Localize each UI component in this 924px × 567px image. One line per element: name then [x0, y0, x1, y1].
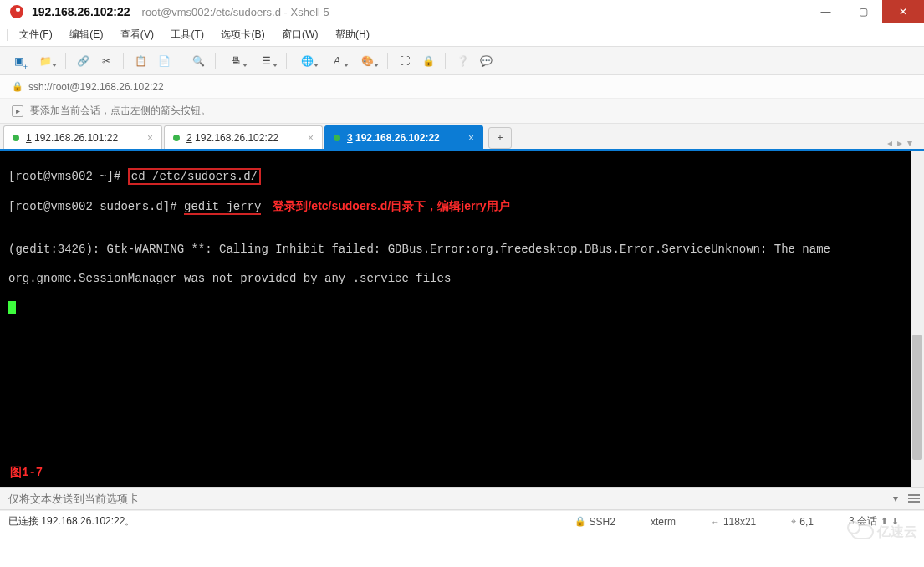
encoding-icon[interactable]: 🌐: [294, 51, 320, 71]
reconnect-icon[interactable]: 🔗: [73, 51, 93, 71]
color-icon[interactable]: 🎨: [354, 51, 380, 71]
menu-file[interactable]: 文件(F): [13, 24, 59, 45]
close-tab-icon[interactable]: ×: [308, 132, 314, 144]
terminal-scrollbar[interactable]: [911, 151, 924, 487]
close-tab-icon[interactable]: ×: [147, 132, 153, 144]
ssh-lock-icon: 🔒: [12, 81, 23, 92]
open-folder-icon[interactable]: 📁: [32, 51, 59, 71]
status-dot-icon: [13, 135, 19, 141]
menu-help[interactable]: 帮助(H): [329, 24, 376, 45]
status-ssh: 🔒SSH2: [574, 516, 615, 528]
tip-text: 要添加当前会话，点击左侧的箭头按钮。: [30, 104, 211, 118]
maximize-button[interactable]: ▢: [845, 0, 882, 23]
send-menu-icon[interactable]: [904, 494, 924, 503]
size-icon: ↔: [711, 517, 720, 527]
tip-add-icon[interactable]: ▸: [12, 105, 23, 117]
send-dropdown-icon[interactable]: ▾: [887, 493, 904, 504]
font-icon[interactable]: A: [324, 51, 350, 71]
disconnect-icon[interactable]: ✂: [96, 51, 116, 71]
tab-session-3[interactable]: 3 192.168.26.102:22 ×: [324, 125, 483, 149]
lock-icon: 🔒: [574, 516, 586, 527]
cloud-icon: [850, 524, 874, 539]
figure-label: 图1-7: [10, 465, 43, 480]
status-position: ⌖6,1: [791, 516, 814, 528]
search-icon[interactable]: 🔍: [188, 51, 208, 71]
close-button[interactable]: ✕: [882, 0, 924, 23]
status-connection: 已连接 192.168.26.102:22。: [8, 514, 135, 529]
send-bar: ▾: [0, 487, 924, 510]
fullscreen-icon[interactable]: ⛶: [395, 51, 415, 71]
address-bar[interactable]: 🔒 ssh://root@192.168.26.102:22: [0, 75, 924, 99]
title-path: root@vms002:/etc/sudoers.d - Xshell 5: [142, 6, 329, 18]
tab-label: 3 192.168.26.102:22: [347, 132, 440, 144]
send-input[interactable]: [0, 489, 887, 508]
prop-icon[interactable]: ☰: [253, 51, 279, 71]
cursor-icon: ⌖: [791, 516, 796, 527]
tab-bar: 1 192.168.26.101:22 × 2 192.168.26.102:2…: [0, 124, 924, 149]
address-text: ssh://root@192.168.26.102:22: [28, 81, 164, 93]
tab-label: 2 192.168.26.102:22: [186, 132, 278, 144]
status-size: ↔118x21: [711, 516, 756, 528]
terminal[interactable]: [root@vms002 ~]# cd /etc/sudoers.d/ [roo…: [0, 149, 924, 487]
close-tab-icon[interactable]: ×: [468, 132, 474, 144]
terminal-cursor: [8, 301, 16, 314]
chat-icon[interactable]: 💬: [476, 51, 496, 71]
lock-icon[interactable]: 🔒: [418, 51, 438, 71]
status-bar: 已连接 192.168.26.102:22。 🔒SSH2 xterm ↔118x…: [0, 510, 924, 532]
help-icon[interactable]: ❔: [452, 51, 472, 71]
new-session-icon[interactable]: ▣+: [8, 51, 28, 71]
scrollbar-thumb[interactable]: [912, 335, 922, 460]
watermark: 亿速云: [850, 518, 917, 545]
add-tab-button[interactable]: +: [488, 127, 512, 149]
tip-bar: ▸ 要添加当前会话，点击左侧的箭头按钮。: [0, 99, 924, 124]
titlebar: 192.168.26.102:22 root@vms002:/etc/sudoe…: [0, 0, 924, 23]
tab-session-1[interactable]: 1 192.168.26.101:22 ×: [3, 125, 162, 149]
tab-list-icon[interactable]: ▾: [907, 137, 912, 149]
print-icon[interactable]: 🖶: [222, 51, 249, 71]
annotation-text: 登录到/etc/sudoers.d/目录下，编辑jerry用户: [273, 199, 509, 212]
title-host: 192.168.26.102:22: [32, 5, 130, 18]
tab-next-icon[interactable]: ▸: [897, 137, 902, 149]
menubar: 文件(F) 编辑(E) 查看(V) 工具(T) 选项卡(B) 窗口(W) 帮助(…: [0, 23, 924, 47]
status-dot-icon: [334, 135, 340, 141]
menu-view[interactable]: 查看(V): [114, 24, 161, 45]
toolbar: ▣+ 📁 🔗 ✂ 📋 📄 🔍 🖶 ☰ 🌐 A 🎨 ⛶ 🔒 ❔ 💬: [0, 47, 924, 75]
status-term: xterm: [651, 516, 676, 528]
paste-icon[interactable]: 📄: [154, 51, 174, 71]
tab-session-2[interactable]: 2 192.168.26.102:22 ×: [164, 125, 323, 149]
menu-tool[interactable]: 工具(T): [164, 24, 211, 45]
menu-tab[interactable]: 选项卡(B): [214, 24, 272, 45]
copy-icon[interactable]: 📋: [130, 51, 151, 71]
tab-label: 1 192.168.26.101:22: [26, 132, 118, 144]
status-dot-icon: [173, 135, 180, 141]
menu-edit[interactable]: 编辑(E): [63, 24, 110, 45]
menu-window[interactable]: 窗口(W): [275, 24, 325, 45]
tab-prev-icon[interactable]: ◂: [887, 137, 892, 149]
minimize-button[interactable]: —: [807, 0, 845, 23]
app-icon: [10, 5, 23, 18]
